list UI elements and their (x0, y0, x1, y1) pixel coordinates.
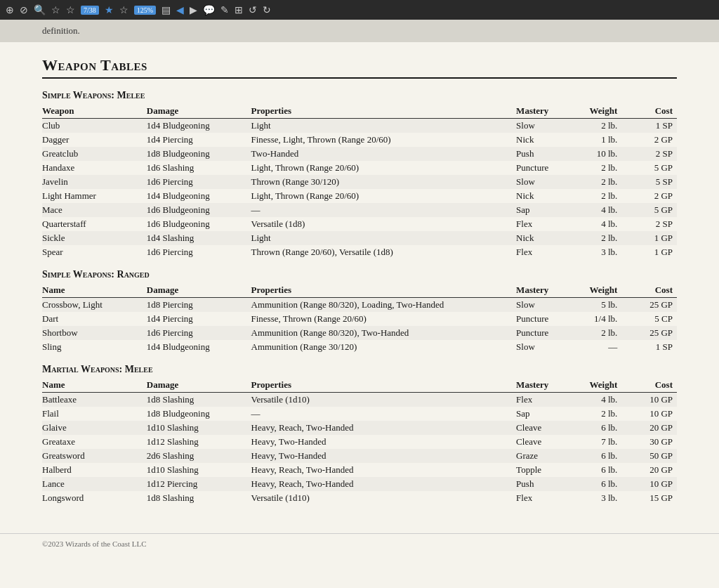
col-header-weight-martial: Weight (581, 378, 629, 393)
table-cell: 1d10 Slashing (147, 463, 251, 477)
table-cell: Heavy, Two-Handed (251, 449, 517, 463)
section-title-simple-ranged: Simple Weapons: Ranged (42, 269, 677, 280)
table-row: Club1d4 BludgeoningLightSlow2 lb.1 SP (42, 119, 677, 133)
grid-icon[interactable]: ⊞ (235, 4, 243, 16)
edit-icon[interactable]: ✎ (220, 4, 229, 16)
table-row: Dagger1d4 PiercingFinesse, Light, Thrown… (42, 133, 677, 147)
col-header-name-ranged: Name (42, 283, 147, 298)
table-cell: Cleave (516, 435, 581, 449)
table-cell: 1 SP (628, 340, 677, 354)
col-header-cost-martial: Cost (628, 378, 677, 393)
table-cell: Ammunition (Range 30/120) (251, 340, 517, 354)
table-cell: 2 SP (628, 147, 677, 161)
table-cell: 2 lb. (581, 161, 629, 175)
nav-prev-icon[interactable]: ◀ (176, 4, 184, 16)
col-header-weapon: Weapon (42, 104, 147, 119)
simple-ranged-table: Name Damage Properties Mastery Weight Co… (42, 283, 677, 354)
col-header-mastery: Mastery (516, 104, 581, 119)
table-cell: 1d8 Bludgeoning (147, 147, 251, 161)
toolbar-icon-8[interactable]: ☆ (119, 4, 128, 16)
table-cell: Dart (42, 312, 147, 326)
table-cell: Slow (516, 298, 581, 313)
table-cell: Club (42, 119, 147, 133)
footer: ©2023 Wizards of the Coast LLC (0, 533, 719, 554)
table-cell: Versatile (1d8) (251, 217, 517, 231)
table-cell: Thrown (Range 20/60), Versatile (1d8) (251, 245, 517, 259)
table-cell: 1 GP (628, 245, 677, 259)
toolbar-icon-4[interactable]: ☆ (51, 4, 60, 16)
table-row: Spear1d6 PiercingThrown (Range 20/60), V… (42, 245, 677, 259)
table-cell: 3 lb. (581, 491, 629, 505)
nav-next-icon[interactable]: ▶ (190, 4, 197, 16)
table-cell: 1 SP (628, 119, 677, 133)
col-header-cost-ranged: Cost (628, 283, 677, 298)
table-cell: 1d6 Bludgeoning (147, 203, 251, 217)
table-cell: 6 lb. (581, 449, 629, 463)
table-cell: Graze (516, 449, 581, 463)
table-cell: 2 lb. (581, 231, 629, 245)
table-row: Flail1d8 Bludgeoning—Sap2 lb.10 GP (42, 407, 677, 421)
table-cell: 1d4 Piercing (147, 133, 251, 147)
layout-icon[interactable]: ▤ (161, 4, 171, 16)
table-cell: Sap (516, 203, 581, 217)
toolbar-icon-5[interactable]: ☆ (66, 4, 75, 16)
col-header-damage: Damage (147, 104, 251, 119)
table-cell: 25 GP (628, 298, 677, 313)
table-cell: Heavy, Reach, Two-Handed (251, 463, 517, 477)
table-row: Quarterstaff1d6 BludgeoningVersatile (1d… (42, 217, 677, 231)
table-cell: 1d6 Slashing (147, 161, 251, 175)
table-row: Glaive1d10 SlashingHeavy, Reach, Two-Han… (42, 421, 677, 435)
comment-icon[interactable]: 💬 (203, 4, 215, 16)
redo-icon[interactable]: ↻ (263, 4, 271, 16)
table-cell: Puncture (516, 326, 581, 340)
col-header-mastery-martial: Mastery (516, 378, 581, 393)
table-cell: Dagger (42, 133, 147, 147)
table-cell: Light Hammer (42, 189, 147, 203)
table-cell: Heavy, Reach, Two-Handed (251, 477, 517, 491)
toolbar-icon-7[interactable]: ★ (105, 4, 114, 16)
toolbar-icon-1[interactable]: ⊕ (6, 4, 14, 16)
table-cell: Quarterstaff (42, 217, 147, 231)
table-cell: Topple (516, 463, 581, 477)
undo-icon[interactable]: ↺ (249, 4, 257, 16)
table-cell: 1d6 Piercing (147, 175, 251, 189)
table-cell: Javelin (42, 175, 147, 189)
table-cell: Ammunition (Range 80/320), Two-Handed (251, 326, 517, 340)
table-cell: 1d8 Slashing (147, 491, 251, 505)
table-cell: Puncture (516, 161, 581, 175)
col-header-properties-martial: Properties (251, 378, 517, 393)
table-cell: Light (251, 119, 517, 133)
table-cell: Slow (516, 340, 581, 354)
table-cell: Greatclub (42, 147, 147, 161)
table-cell: 25 GP (628, 326, 677, 340)
table-cell: Cleave (516, 421, 581, 435)
table-cell: 15 GP (628, 491, 677, 505)
table-cell: Two-Handed (251, 147, 517, 161)
table-cell: Flex (516, 245, 581, 259)
table-row: Battleaxe1d8 SlashingVersatile (1d10)Fle… (42, 393, 677, 407)
section-title-simple-melee: Simple Weapons: Melee (42, 90, 677, 101)
table-cell: Push (516, 477, 581, 491)
table-cell: Spear (42, 245, 147, 259)
table-cell: Nick (516, 189, 581, 203)
table-cell: Nick (516, 231, 581, 245)
col-header-properties-ranged: Properties (251, 283, 517, 298)
table-cell: 5 SP (628, 175, 677, 189)
table-cell: 6 lb. (581, 421, 629, 435)
table-cell: — (251, 407, 517, 421)
table-cell: 2 GP (628, 189, 677, 203)
prev-text: definition. (0, 20, 719, 42)
table-cell: Push (516, 147, 581, 161)
search-icon[interactable]: 🔍 (34, 4, 46, 16)
page-badge: 7/38 (81, 6, 99, 15)
table-cell: Greatsword (42, 449, 147, 463)
table-cell: Thrown (Range 30/120) (251, 175, 517, 189)
table-cell: 2 lb. (581, 326, 629, 340)
toolbar-icon-2[interactable]: ⊘ (20, 4, 28, 16)
table-cell: Halberd (42, 463, 147, 477)
col-header-cost: Cost (628, 104, 677, 119)
content-area: Weapon Tables Simple Weapons: Melee Weap… (0, 45, 719, 526)
table-cell: Finesse, Light, Thrown (Range 20/60) (251, 133, 517, 147)
table-cell: 2 lb. (581, 189, 629, 203)
table-cell: 1 lb. (581, 133, 629, 147)
